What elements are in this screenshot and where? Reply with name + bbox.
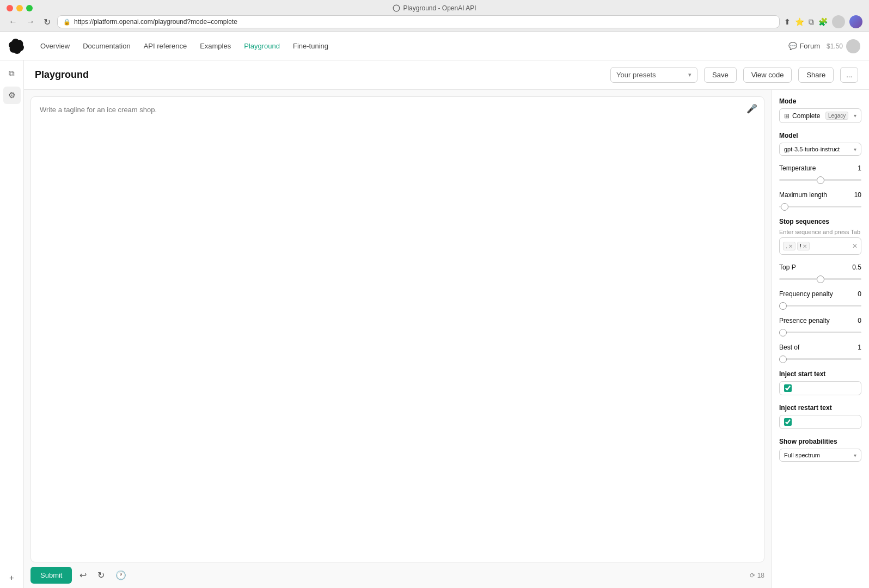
model-selector[interactable]: gpt-3.5-turbo-instruct ▾ [779,143,861,156]
playground-area: 🎤 Submit ↩ ↻ 🕐 ⟳ 18 Mode [24,90,869,588]
nav-right: 💬 Forum $1.50 [788,39,860,53]
inject-restart-label: Inject restart text [779,404,861,412]
browser-close-button[interactable] [7,5,13,11]
browser-maximize-button[interactable] [26,5,33,11]
seq-dot-remove[interactable]: ✕ [788,243,793,249]
microphone-button[interactable]: 🎤 [746,103,757,114]
seq-clear-button[interactable]: ✕ [852,242,858,250]
browser-toolbar: ← → ↻ 🔒 https://platform.openai.com/play… [7,15,862,32]
sidebar-settings-button[interactable]: ⚙ [3,87,21,104]
best-of-slider[interactable] [779,358,861,360]
top-p-row: Top P 0.5 [779,264,861,271]
nav-playground[interactable]: Playground [238,39,285,53]
right-settings-panel: Mode ⊞ Complete Legacy ▾ Model gpt-3.5- [771,90,869,588]
openai-logo[interactable] [9,39,24,54]
best-of-label: Best of [779,344,799,351]
browser-chrome: Playground - OpenAI API ← → ↻ 🔒 https://… [0,0,869,32]
stop-seq-exclaim: ! ✕ [797,242,810,250]
freq-penalty-slider-container [779,300,861,308]
top-p-slider-container [779,273,861,281]
browser-profile-pic[interactable] [849,15,862,28]
show-prob-section: Show probabilities Full spectrum ▾ [779,438,861,462]
presets-dropdown[interactable]: Your presets ▾ [610,67,697,83]
nav-examples[interactable]: Examples [194,39,236,53]
seq-exclaim-remove[interactable]: ✕ [803,243,807,249]
mode-selector[interactable]: ⊞ Complete Legacy ▾ [779,108,861,123]
mode-text: Complete [792,112,820,120]
bottom-toolbar: Submit ↩ ↻ 🕐 ⟳ 18 [30,567,764,584]
max-length-slider[interactable] [779,206,861,207]
save-button[interactable]: Save [704,67,737,83]
browser-forward-button[interactable]: → [24,16,37,28]
temperature-slider[interactable] [779,179,861,181]
browser-tabs-button[interactable]: ⧉ [809,17,814,27]
freq-penalty-value: 0 [858,290,861,298]
max-length-section: Maximum length 10 [779,191,861,209]
browser-action-buttons: ⬆ ⭐ ⧉ 🧩 [784,15,862,28]
best-of-slider-container [779,353,861,362]
share-button[interactable]: Share [798,67,834,83]
top-p-slider[interactable] [779,278,861,280]
browser-profile-avatar[interactable] [832,15,845,28]
temperature-label: Temperature [779,164,816,172]
app-layout: ⧉ ⚙ + Playground Your presets ▾ Save Vie… [0,60,869,588]
presets-label: Your presets [616,71,656,79]
nav-links: Overview Documentation API reference Exa… [35,39,788,53]
freq-penalty-slider[interactable] [779,305,861,307]
nav-fine-tuning[interactable]: Fine-tuning [287,39,334,53]
prompt-textarea[interactable] [31,97,764,562]
model-value: gpt-3.5-turbo-instruct [784,146,840,152]
redo-button[interactable]: ↻ [94,567,108,584]
prob-selector[interactable]: Full spectrum ▾ [779,449,861,462]
show-prob-label: Show probabilities [779,438,861,445]
nav-documentation[interactable]: Documentation [77,39,136,53]
inject-restart-checkbox[interactable] [784,418,792,426]
freq-penalty-section: Frequency penalty 0 [779,290,861,308]
nav-api-reference[interactable]: API reference [138,39,193,53]
token-count-icon: ⟳ [750,572,755,579]
browser-minimize-button[interactable] [16,5,23,11]
browser-back-button[interactable]: ← [7,16,20,28]
browser-window-controls [7,5,33,11]
stop-seq-dot: . ✕ [783,242,795,250]
page-header: Playground Your presets ▾ Save View code… [24,60,869,90]
presence-penalty-value: 0 [858,317,861,324]
view-code-button[interactable]: View code [743,67,792,83]
mode-badge: Legacy [825,112,848,120]
forum-link[interactable]: 💬 Forum [788,42,820,50]
top-p-section: Top P 0.5 [779,264,861,281]
model-chevron-icon: ▾ [854,146,856,152]
presence-penalty-label: Presence penalty [779,317,830,324]
seq-exclaim-value: ! [800,243,801,249]
mode-icon: ⊞ [784,112,790,120]
mode-chevron-icon: ▾ [854,113,856,119]
best-of-section: Best of 1 [779,344,861,362]
prob-value: Full spectrum [784,452,820,458]
user-info: $1.50 [827,39,860,53]
sidebar-pages-button[interactable]: ⧉ [3,65,21,82]
sidebar: ⧉ ⚙ + [0,60,24,588]
browser-reload-button[interactable]: ↻ [41,16,53,28]
browser-bookmark-button[interactable]: ⭐ [795,17,804,26]
model-label: Model [779,132,861,139]
browser-address-bar[interactable]: 🔒 https://platform.openai.com/playground… [57,15,780,28]
browser-share-button[interactable]: ⬆ [784,17,791,26]
forum-label: Forum [799,42,820,50]
temperature-section: Temperature 1 [779,164,861,182]
sidebar-add-button[interactable]: + [3,568,21,586]
stop-sequences-input[interactable]: . ✕ ! ✕ ✕ [779,237,861,255]
inject-start-checkbox[interactable] [784,384,792,392]
max-length-label: Maximum length [779,191,827,199]
history-button[interactable]: 🕐 [112,567,130,584]
nav-overview[interactable]: Overview [35,39,75,53]
presence-penalty-slider[interactable] [779,332,861,333]
presence-penalty-row: Presence penalty 0 [779,317,861,324]
submit-button[interactable]: Submit [30,567,72,584]
nav-user-avatar[interactable] [846,39,860,53]
undo-button[interactable]: ↩ [76,567,90,584]
freq-penalty-row: Frequency penalty 0 [779,290,861,298]
stop-sequences-section: Stop sequences Enter sequence and press … [779,218,861,255]
more-options-button[interactable]: ... [840,67,858,83]
presence-penalty-slider-container [779,327,861,335]
browser-extensions-button[interactable]: 🧩 [818,17,828,26]
